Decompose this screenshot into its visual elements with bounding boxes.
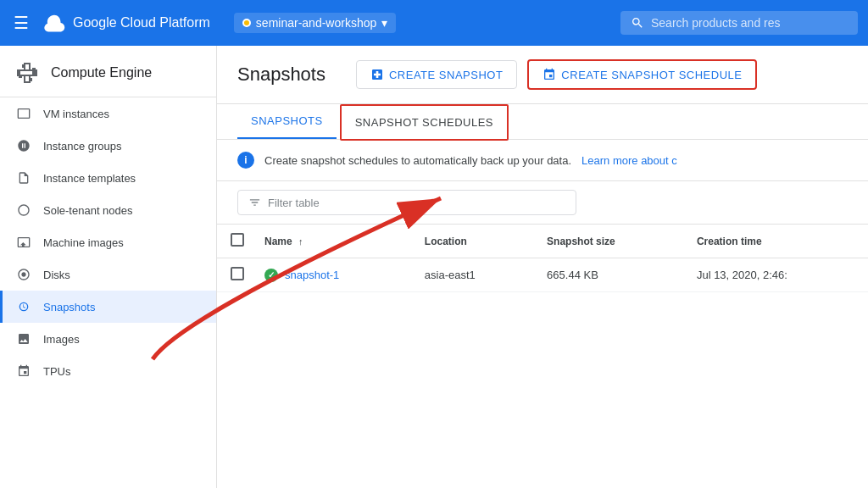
sidebar-item-sole-tenant[interactable]: Sole-tenant nodes xyxy=(0,194,216,226)
create-snapshot-schedule-button[interactable]: CREATE SNAPSHOT SCHEDULE xyxy=(527,59,757,90)
content-area: Snapshots CREATE SNAPSHOT CREATE SNAPSHO… xyxy=(217,46,868,488)
sidebar-item-label: Disks xyxy=(43,269,70,281)
create-schedule-label: CREATE SNAPSHOT SCHEDULE xyxy=(561,69,742,81)
project-selector[interactable]: seminar-and-workshop ▾ xyxy=(234,13,396,33)
compute-engine-icon xyxy=(14,59,41,86)
sidebar-section-header: Compute Engine xyxy=(0,46,216,97)
filter-icon xyxy=(248,196,261,209)
instance-groups-icon xyxy=(16,138,31,153)
sort-icon: ↑ xyxy=(298,236,303,247)
table-header-row: Name ↑ Location Snapshot size Creation t… xyxy=(217,225,868,258)
project-dot xyxy=(242,19,251,27)
search-input[interactable] xyxy=(651,16,821,30)
sidebar-item-vm-instances[interactable]: VM instances xyxy=(0,97,216,130)
project-dropdown-icon: ▾ xyxy=(381,16,387,30)
col-name[interactable]: Name ↑ xyxy=(251,225,411,258)
col-location: Location xyxy=(411,225,533,258)
sidebar-item-label: Instance groups xyxy=(43,140,122,152)
search-bar[interactable] xyxy=(620,11,858,35)
header-checkbox[interactable] xyxy=(231,233,244,247)
info-link[interactable]: Learn more about c xyxy=(581,154,677,167)
info-banner: i Create snapshot schedules to automatic… xyxy=(217,140,868,181)
cloud-logo-icon xyxy=(42,11,66,35)
vm-icon xyxy=(16,106,31,121)
sidebar-item-label: VM instances xyxy=(43,108,109,120)
images-icon xyxy=(16,331,31,347)
project-name: seminar-and-workshop xyxy=(256,16,376,30)
page-title: Snapshots xyxy=(237,64,326,86)
sidebar-item-label: Sole-tenant nodes xyxy=(43,204,133,217)
filter-input[interactable] xyxy=(237,190,576,215)
topbar-logo: Google Cloud Platform xyxy=(42,11,210,35)
col-creation-time: Creation time xyxy=(683,225,868,258)
col-snapshot-size: Snapshot size xyxy=(533,225,683,258)
create-snapshot-label: CREATE SNAPSHOT xyxy=(389,69,503,81)
info-text: Create snapshot schedules to automatical… xyxy=(264,154,571,167)
create-schedule-icon xyxy=(542,68,556,81)
disks-icon xyxy=(16,267,31,282)
sidebar-item-machine-images[interactable]: Machine images xyxy=(0,226,216,258)
instance-templates-icon xyxy=(16,170,31,186)
sidebar-item-images[interactable]: Images xyxy=(0,323,216,355)
create-snapshot-icon xyxy=(370,68,384,81)
snapshots-icon xyxy=(16,299,31,314)
status-dot xyxy=(264,269,278,282)
search-icon xyxy=(631,16,644,30)
row-location-cell: asia-east1 xyxy=(411,258,533,292)
hamburger-menu[interactable]: ☰ xyxy=(10,9,32,36)
sidebar-item-label: Instance templates xyxy=(43,172,136,185)
table-toolbar xyxy=(217,181,868,225)
sidebar-item-label: Snapshots xyxy=(43,301,95,313)
header-actions: CREATE SNAPSHOT CREATE SNAPSHOT SCHEDULE xyxy=(356,59,757,90)
row-checkbox-cell xyxy=(217,258,251,292)
sidebar-item-label: Machine images xyxy=(43,236,124,249)
topbar: ☰ Google Cloud Platform seminar-and-work… xyxy=(0,0,868,46)
row-time-cell: Jul 13, 2020, 2:46: xyxy=(683,258,868,292)
main-layout: Compute Engine VM instances Instance gro… xyxy=(0,46,868,488)
row-name-link[interactable]: snapshot-1 xyxy=(285,269,339,281)
row-size-cell: 665.44 KB xyxy=(533,258,683,292)
sidebar-item-instance-templates[interactable]: Instance templates xyxy=(0,162,216,194)
tab-snapshot-schedules[interactable]: SNAPSHOT SCHEDULES xyxy=(340,104,509,141)
sidebar-item-tpus[interactable]: TPUs xyxy=(0,355,216,387)
sidebar-item-label: Images xyxy=(43,333,80,346)
tab-snapshots[interactable]: SNAPSHOTS xyxy=(237,104,337,139)
sidebar: Compute Engine VM instances Instance gro… xyxy=(0,46,217,488)
sole-tenant-icon xyxy=(16,202,31,218)
col-checkbox xyxy=(217,225,251,258)
sidebar-item-label: TPUs xyxy=(43,365,71,378)
table-row: snapshot-1 asia-east1 665.44 KB Jul 13, … xyxy=(217,258,868,292)
sidebar-item-disks[interactable]: Disks xyxy=(0,258,216,291)
content-header: Snapshots CREATE SNAPSHOT CREATE SNAPSHO… xyxy=(217,46,868,104)
create-snapshot-button[interactable]: CREATE SNAPSHOT xyxy=(356,60,517,89)
filter-text-input[interactable] xyxy=(268,197,565,209)
info-icon: i xyxy=(237,152,254,169)
machine-images-icon xyxy=(16,235,31,250)
row-name: snapshot-1 xyxy=(264,269,398,282)
tpus-icon xyxy=(16,363,31,379)
logo-text: Google Cloud Platform xyxy=(73,15,210,30)
sidebar-item-snapshots[interactable]: Snapshots xyxy=(0,291,216,323)
sidebar-section-title: Compute Engine xyxy=(51,65,152,80)
row-name-cell: snapshot-1 xyxy=(251,258,411,292)
data-table: Name ↑ Location Snapshot size Creation t… xyxy=(217,225,868,292)
sidebar-item-instance-groups[interactable]: Instance groups xyxy=(0,130,216,162)
row-checkbox[interactable] xyxy=(231,267,244,280)
tabs-container: SNAPSHOTS SNAPSHOT SCHEDULES xyxy=(217,104,868,140)
